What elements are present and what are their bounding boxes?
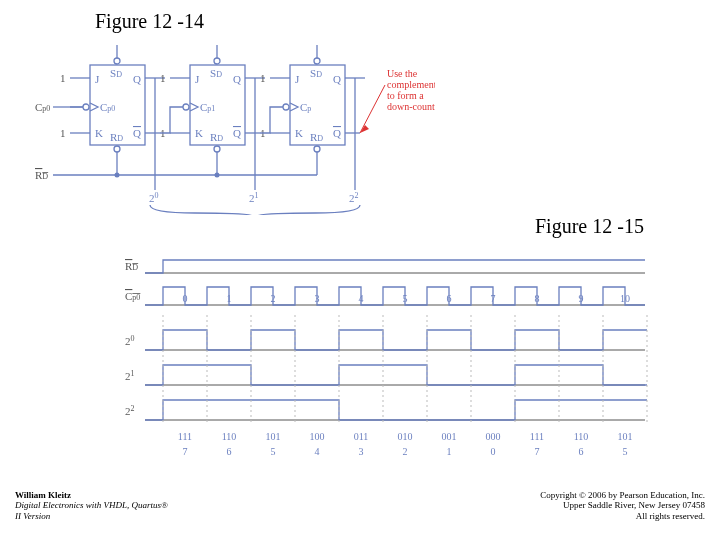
svg-text:111: 111 bbox=[178, 431, 192, 442]
svg-text:4: 4 bbox=[359, 293, 364, 304]
svg-text:Q: Q bbox=[233, 127, 241, 139]
svg-point-56 bbox=[314, 58, 320, 64]
svg-text:Cp0: Cp0 bbox=[35, 101, 50, 113]
svg-text:5: 5 bbox=[623, 446, 628, 457]
svg-text:010: 010 bbox=[398, 431, 413, 442]
svg-text:101: 101 bbox=[618, 431, 633, 442]
svg-text:1: 1 bbox=[260, 72, 266, 84]
svg-text:6: 6 bbox=[579, 446, 584, 457]
svg-text:RD: RD bbox=[210, 131, 223, 143]
svg-text:110: 110 bbox=[574, 431, 589, 442]
svg-text:Use the: Use the bbox=[387, 68, 418, 79]
svg-text:RD: RD bbox=[35, 169, 48, 181]
schematic-diagram: J 1 Cp0 K 1 Q Q SD 1 bbox=[35, 45, 435, 215]
svg-text:2: 2 bbox=[403, 446, 408, 457]
svg-text:6: 6 bbox=[227, 446, 232, 457]
svg-text:100: 100 bbox=[310, 431, 325, 442]
svg-text:1: 1 bbox=[160, 72, 166, 84]
svg-point-60 bbox=[314, 146, 320, 152]
svg-text:J: J bbox=[95, 73, 100, 85]
svg-text:Q: Q bbox=[233, 73, 241, 85]
svg-text:0: 0 bbox=[183, 293, 188, 304]
svg-text:7: 7 bbox=[535, 446, 540, 457]
svg-text:22: 22 bbox=[349, 191, 359, 204]
svg-text:0: 0 bbox=[491, 446, 496, 457]
svg-point-47 bbox=[283, 104, 289, 110]
svg-text:111: 111 bbox=[530, 431, 544, 442]
svg-text:SD: SD bbox=[110, 67, 122, 79]
svg-text:21: 21 bbox=[125, 369, 135, 382]
svg-text:K: K bbox=[95, 127, 103, 139]
svg-text:1: 1 bbox=[227, 293, 232, 304]
svg-text:SD: SD bbox=[210, 67, 222, 79]
svg-text:J: J bbox=[195, 73, 200, 85]
svg-text:RD: RD bbox=[310, 131, 323, 143]
svg-text:6: 6 bbox=[447, 293, 452, 304]
author: William Kleitz bbox=[15, 490, 168, 501]
svg-point-39 bbox=[214, 146, 220, 152]
svg-marker-75 bbox=[360, 125, 369, 133]
svg-text:4: 4 bbox=[315, 446, 320, 457]
svg-text:Cp0: Cp0 bbox=[125, 290, 140, 302]
footer-left: William Kleitz Digital Electronics with … bbox=[15, 490, 168, 522]
svg-text:22: 22 bbox=[125, 404, 135, 417]
svg-text:3: 3 bbox=[359, 446, 364, 457]
svg-text:10: 10 bbox=[620, 293, 630, 304]
svg-point-4 bbox=[83, 104, 89, 110]
svg-text:K: K bbox=[295, 127, 303, 139]
svg-text:Q: Q bbox=[333, 73, 341, 85]
svg-text:1: 1 bbox=[60, 72, 66, 84]
svg-text:001: 001 bbox=[442, 431, 457, 442]
footer-right: Copyright © 2006 by Pearson Education, I… bbox=[540, 490, 705, 522]
timing-diagram: RD Cp0 20 21 22 012345678910 11111010110… bbox=[95, 255, 655, 470]
svg-text:2: 2 bbox=[271, 293, 276, 304]
svg-text:9: 9 bbox=[579, 293, 584, 304]
svg-text:3: 3 bbox=[315, 293, 320, 304]
svg-text:to form a: to form a bbox=[387, 90, 424, 101]
svg-text:K: K bbox=[195, 127, 203, 139]
svg-text:20: 20 bbox=[125, 334, 135, 347]
svg-line-74 bbox=[360, 85, 385, 133]
svg-text:5: 5 bbox=[403, 293, 408, 304]
figure-12-15-title: Figure 12 -15 bbox=[535, 215, 644, 238]
svg-point-18 bbox=[114, 146, 120, 152]
svg-text:down-counter.: down-counter. bbox=[387, 101, 435, 112]
svg-text:5: 5 bbox=[271, 446, 276, 457]
svg-text:8: 8 bbox=[535, 293, 540, 304]
svg-text:RD: RD bbox=[125, 260, 138, 272]
svg-text:Q: Q bbox=[133, 73, 141, 85]
svg-text:7: 7 bbox=[183, 446, 188, 457]
svg-text:Cp: Cp bbox=[300, 101, 311, 113]
svg-text:20: 20 bbox=[149, 191, 159, 204]
svg-text:Q: Q bbox=[133, 127, 141, 139]
svg-text:7: 7 bbox=[491, 293, 496, 304]
svg-point-35 bbox=[214, 58, 220, 64]
svg-text:101: 101 bbox=[266, 431, 281, 442]
svg-text:SD: SD bbox=[310, 67, 322, 79]
svg-text:110: 110 bbox=[222, 431, 237, 442]
svg-text:000: 000 bbox=[486, 431, 501, 442]
svg-text:complement outputs: complement outputs bbox=[387, 79, 435, 90]
svg-text:1: 1 bbox=[447, 446, 452, 457]
svg-text:Cp1: Cp1 bbox=[200, 101, 215, 113]
figure-12-14-title: Figure 12 -14 bbox=[95, 10, 204, 33]
svg-text:Cp0: Cp0 bbox=[100, 101, 115, 113]
svg-point-14 bbox=[114, 58, 120, 64]
svg-text:21: 21 bbox=[249, 191, 259, 204]
svg-text:J: J bbox=[295, 73, 300, 85]
svg-text:Q: Q bbox=[333, 127, 341, 139]
svg-text:011: 011 bbox=[354, 431, 369, 442]
svg-text:1: 1 bbox=[60, 127, 66, 139]
svg-text:RD: RD bbox=[110, 131, 123, 143]
svg-point-26 bbox=[183, 104, 189, 110]
